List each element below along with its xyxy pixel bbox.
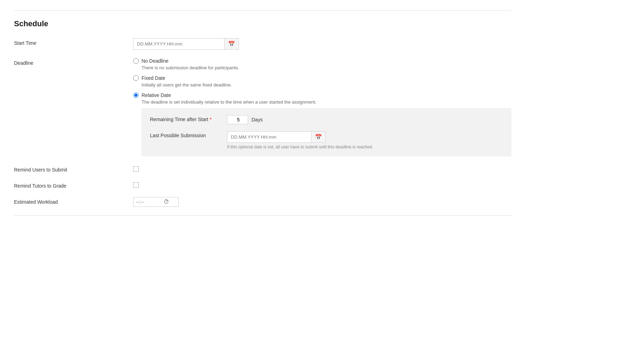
- fixed-date-option: Fixed Date Initially all users get the s…: [133, 75, 511, 88]
- remind-users-checkbox[interactable]: [133, 166, 139, 172]
- remind-users-control: [133, 165, 511, 172]
- start-time-label: Start Time: [14, 38, 133, 46]
- remind-tutors-checkbox[interactable]: [133, 182, 139, 188]
- last-possible-input-wrapper: 📅: [227, 131, 339, 143]
- remaining-time-row: Remaining Time after Start * Days: [150, 115, 503, 124]
- remind-users-label: Remind Users to Submit: [14, 165, 133, 173]
- start-time-row: Start Time 📅: [14, 38, 511, 50]
- fixed-date-label-row[interactable]: Fixed Date: [133, 75, 511, 81]
- start-time-control: 📅: [133, 38, 511, 50]
- clock-icon: ⏱: [164, 199, 169, 205]
- estimated-workload-label: Estimated Workload: [14, 197, 133, 205]
- remaining-time-input[interactable]: [227, 115, 248, 124]
- relative-date-label-row[interactable]: Relative Date: [133, 92, 511, 98]
- start-time-input[interactable]: [133, 38, 224, 50]
- estimated-workload-control: ⏱: [133, 197, 511, 207]
- last-possible-calendar-icon: 📅: [315, 134, 322, 140]
- last-possible-hint: If this optional date is set, all user h…: [227, 145, 373, 149]
- last-possible-row: Last Possible Submission 📅 If this optio…: [150, 131, 503, 149]
- fixed-date-text: Fixed Date: [142, 75, 165, 81]
- section-title: Schedule: [14, 19, 511, 28]
- remind-users-checkbox-wrapper: [133, 165, 511, 172]
- start-time-input-wrapper: 📅: [133, 38, 245, 50]
- deadline-label: Deadline: [14, 58, 133, 66]
- required-star: *: [210, 117, 211, 122]
- remaining-time-control: Days: [227, 115, 263, 124]
- no-deadline-label-row[interactable]: No Deadline: [133, 58, 511, 64]
- relative-date-text: Relative Date: [142, 92, 171, 98]
- no-deadline-option: No Deadline There is no submission deadl…: [133, 58, 511, 70]
- remind-tutors-row: Remind Tutors to Grade: [14, 181, 511, 189]
- last-possible-calendar-button[interactable]: 📅: [311, 131, 326, 143]
- deadline-control: No Deadline There is no submission deadl…: [133, 58, 511, 156]
- workload-input-wrapper: ⏱: [133, 197, 179, 207]
- relative-date-description: The deadline is set individually relativ…: [142, 99, 511, 105]
- fixed-date-description: Initially all users get the same fixed d…: [142, 82, 511, 88]
- fixed-date-radio[interactable]: [133, 75, 139, 81]
- remind-users-row: Remind Users to Submit: [14, 165, 511, 173]
- remind-tutors-control: [133, 181, 511, 188]
- start-time-calendar-button[interactable]: 📅: [224, 38, 239, 50]
- remaining-time-label: Remaining Time after Start *: [150, 115, 227, 122]
- relative-date-panel: Remaining Time after Start * Days Last P…: [142, 108, 511, 156]
- no-deadline-text: No Deadline: [142, 58, 169, 64]
- last-possible-label: Last Possible Submission: [150, 131, 227, 138]
- deadline-row: Deadline No Deadline There is no submiss…: [14, 58, 511, 156]
- days-label: Days: [252, 117, 263, 122]
- no-deadline-radio[interactable]: [133, 58, 139, 64]
- relative-date-radio[interactable]: [133, 92, 139, 98]
- calendar-icon: 📅: [228, 41, 235, 47]
- last-possible-control: 📅 If this optional date is set, all user…: [227, 131, 373, 149]
- remind-tutors-label: Remind Tutors to Grade: [14, 181, 133, 189]
- estimated-workload-row: Estimated Workload ⏱: [14, 197, 511, 207]
- remind-tutors-checkbox-wrapper: [133, 181, 511, 188]
- workload-input[interactable]: [136, 199, 161, 205]
- last-possible-input[interactable]: [227, 131, 311, 143]
- deadline-radio-group: No Deadline There is no submission deadl…: [133, 58, 511, 156]
- no-deadline-description: There is no submission deadline for part…: [142, 65, 511, 70]
- relative-date-option: Relative Date The deadline is set indivi…: [133, 92, 511, 156]
